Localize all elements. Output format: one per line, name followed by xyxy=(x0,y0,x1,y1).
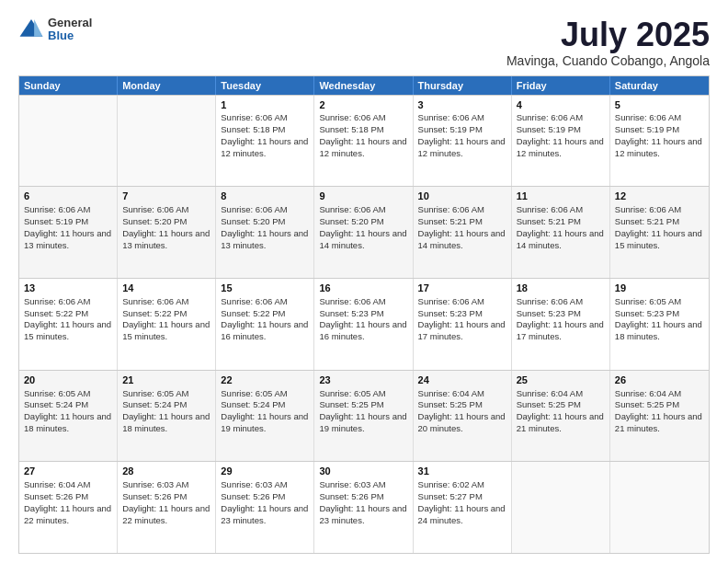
calendar-cell-w4-d5 xyxy=(512,462,610,553)
header-friday: Friday xyxy=(512,76,610,95)
day-number: 5 xyxy=(615,98,704,112)
sunrise-text: Sunrise: 6:03 AM xyxy=(319,479,385,489)
daylight-text: Daylight: 11 hours and 18 minutes. xyxy=(122,411,210,433)
calendar-cell-w0-d5: 4Sunrise: 6:06 AMSunset: 5:19 PMDaylight… xyxy=(512,96,610,187)
month-title: July 2025 xyxy=(506,17,710,53)
day-number: 27 xyxy=(24,465,112,478)
daylight-text: Daylight: 11 hours and 13 minutes. xyxy=(122,228,210,250)
day-number: 20 xyxy=(24,373,112,387)
sunrise-text: Sunrise: 6:02 AM xyxy=(418,479,484,489)
sunrise-text: Sunrise: 6:05 AM xyxy=(221,388,287,398)
calendar-cell-w1-d2: 8Sunrise: 6:06 AMSunset: 5:20 PMDaylight… xyxy=(216,187,314,278)
sunrise-text: Sunrise: 6:06 AM xyxy=(418,112,484,122)
calendar-row-0: 1Sunrise: 6:06 AMSunset: 5:18 PMDaylight… xyxy=(19,95,709,187)
header: General Blue July 2025 Mavinga, Cuando C… xyxy=(18,17,710,68)
daylight-text: Daylight: 11 hours and 14 minutes. xyxy=(418,228,506,250)
sunset-text: Sunset: 5:22 PM xyxy=(221,308,285,318)
calendar-cell-w0-d3: 2Sunrise: 6:06 AMSunset: 5:18 PMDaylight… xyxy=(314,96,413,187)
sunset-text: Sunset: 5:20 PM xyxy=(319,216,383,226)
sunrise-text: Sunrise: 6:06 AM xyxy=(221,112,287,122)
calendar-cell-w3-d4: 24Sunrise: 6:04 AMSunset: 5:25 PMDayligh… xyxy=(414,371,512,462)
day-number: 25 xyxy=(517,373,605,387)
calendar-cell-w3-d1: 21Sunrise: 6:05 AMSunset: 5:24 PMDayligh… xyxy=(118,371,216,462)
sunrise-text: Sunrise: 6:03 AM xyxy=(122,479,188,489)
header-saturday: Saturday xyxy=(610,76,709,95)
sunset-text: Sunset: 5:22 PM xyxy=(122,308,187,318)
daylight-text: Daylight: 11 hours and 12 minutes. xyxy=(517,136,604,158)
calendar-cell-w0-d1 xyxy=(118,96,216,187)
daylight-text: Daylight: 11 hours and 15 minutes. xyxy=(122,319,210,341)
calendar-cell-w2-d2: 15Sunrise: 6:06 AMSunset: 5:22 PMDayligh… xyxy=(216,279,314,370)
day-number: 14 xyxy=(122,282,210,295)
calendar-cell-w3-d5: 25Sunrise: 6:04 AMSunset: 5:25 PMDayligh… xyxy=(512,371,610,462)
calendar-cell-w3-d6: 26Sunrise: 6:04 AMSunset: 5:25 PMDayligh… xyxy=(610,371,709,462)
day-number: 2 xyxy=(319,98,407,112)
sunrise-text: Sunrise: 6:04 AM xyxy=(24,479,90,489)
daylight-text: Daylight: 11 hours and 16 minutes. xyxy=(319,319,406,341)
sunrise-text: Sunrise: 6:06 AM xyxy=(319,296,385,306)
day-number: 31 xyxy=(418,465,506,478)
sunset-text: Sunset: 5:18 PM xyxy=(221,124,285,134)
calendar-cell-w0-d0 xyxy=(19,96,118,187)
calendar-cell-w2-d4: 17Sunrise: 6:06 AMSunset: 5:23 PMDayligh… xyxy=(414,279,512,370)
daylight-text: Daylight: 11 hours and 19 minutes. xyxy=(319,411,406,433)
sunset-text: Sunset: 5:18 PM xyxy=(319,124,383,134)
sunset-text: Sunset: 5:25 PM xyxy=(418,399,483,409)
sunrise-text: Sunrise: 6:06 AM xyxy=(24,204,90,214)
daylight-text: Daylight: 11 hours and 15 minutes. xyxy=(24,319,111,341)
sunset-text: Sunset: 5:22 PM xyxy=(24,308,88,318)
sunset-text: Sunset: 5:19 PM xyxy=(615,124,679,134)
day-number: 15 xyxy=(221,282,309,295)
calendar-cell-w4-d2: 29Sunrise: 6:03 AMSunset: 5:26 PMDayligh… xyxy=(216,462,314,553)
calendar-cell-w1-d5: 11Sunrise: 6:06 AMSunset: 5:21 PMDayligh… xyxy=(512,187,610,278)
sunset-text: Sunset: 5:19 PM xyxy=(517,124,581,134)
calendar-cell-w3-d0: 20Sunrise: 6:05 AMSunset: 5:24 PMDayligh… xyxy=(19,371,118,462)
calendar-cell-w3-d2: 22Sunrise: 6:05 AMSunset: 5:24 PMDayligh… xyxy=(216,371,314,462)
sunset-text: Sunset: 5:19 PM xyxy=(24,216,88,226)
daylight-text: Daylight: 11 hours and 22 minutes. xyxy=(122,503,210,525)
sunrise-text: Sunrise: 6:06 AM xyxy=(319,204,385,214)
calendar-cell-w1-d3: 9Sunrise: 6:06 AMSunset: 5:20 PMDaylight… xyxy=(314,187,413,278)
sunrise-text: Sunrise: 6:06 AM xyxy=(615,204,681,214)
day-number: 16 xyxy=(319,282,407,295)
sunset-text: Sunset: 5:20 PM xyxy=(122,216,187,226)
sunrise-text: Sunrise: 6:06 AM xyxy=(319,112,385,122)
daylight-text: Daylight: 11 hours and 14 minutes. xyxy=(517,228,604,250)
daylight-text: Daylight: 11 hours and 12 minutes. xyxy=(418,136,506,158)
daylight-text: Daylight: 11 hours and 12 minutes. xyxy=(615,136,702,158)
sunrise-text: Sunrise: 6:06 AM xyxy=(122,296,188,306)
sunset-text: Sunset: 5:25 PM xyxy=(319,399,383,409)
day-number: 28 xyxy=(122,465,210,478)
calendar-cell-w0-d6: 5Sunrise: 6:06 AMSunset: 5:19 PMDaylight… xyxy=(610,96,709,187)
calendar-cell-w2-d3: 16Sunrise: 6:06 AMSunset: 5:23 PMDayligh… xyxy=(314,279,413,370)
sunrise-text: Sunrise: 6:06 AM xyxy=(517,296,583,306)
logo-general-text: General xyxy=(48,17,92,29)
sunrise-text: Sunrise: 6:05 AM xyxy=(24,388,90,398)
sunset-text: Sunset: 5:25 PM xyxy=(615,399,679,409)
daylight-text: Daylight: 11 hours and 13 minutes. xyxy=(24,228,111,250)
sunset-text: Sunset: 5:20 PM xyxy=(221,216,285,226)
daylight-text: Daylight: 11 hours and 20 minutes. xyxy=(418,411,506,433)
sunset-text: Sunset: 5:24 PM xyxy=(24,399,88,409)
daylight-text: Daylight: 11 hours and 14 minutes. xyxy=(319,228,406,250)
header-sunday: Sunday xyxy=(19,76,118,95)
sunset-text: Sunset: 5:21 PM xyxy=(615,216,679,226)
day-number: 7 xyxy=(122,190,210,203)
sunrise-text: Sunrise: 6:05 AM xyxy=(122,388,188,398)
calendar-cell-w1-d1: 7Sunrise: 6:06 AMSunset: 5:20 PMDaylight… xyxy=(118,187,216,278)
day-number: 11 xyxy=(517,190,605,203)
sunset-text: Sunset: 5:21 PM xyxy=(418,216,483,226)
sunset-text: Sunset: 5:24 PM xyxy=(221,399,285,409)
day-number: 3 xyxy=(418,98,506,112)
sunrise-text: Sunrise: 6:06 AM xyxy=(24,296,90,306)
sunrise-text: Sunrise: 6:04 AM xyxy=(615,388,681,398)
day-number: 17 xyxy=(418,282,506,295)
daylight-text: Daylight: 11 hours and 17 minutes. xyxy=(517,319,604,341)
logo-text: General Blue xyxy=(48,17,92,43)
header-wednesday: Wednesday xyxy=(314,76,413,95)
calendar-header: Sunday Monday Tuesday Wednesday Thursday… xyxy=(19,76,709,95)
calendar-cell-w1-d0: 6Sunrise: 6:06 AMSunset: 5:19 PMDaylight… xyxy=(19,187,118,278)
daylight-text: Daylight: 11 hours and 22 minutes. xyxy=(24,503,111,525)
sunrise-text: Sunrise: 6:06 AM xyxy=(517,204,583,214)
day-number: 26 xyxy=(615,373,704,387)
